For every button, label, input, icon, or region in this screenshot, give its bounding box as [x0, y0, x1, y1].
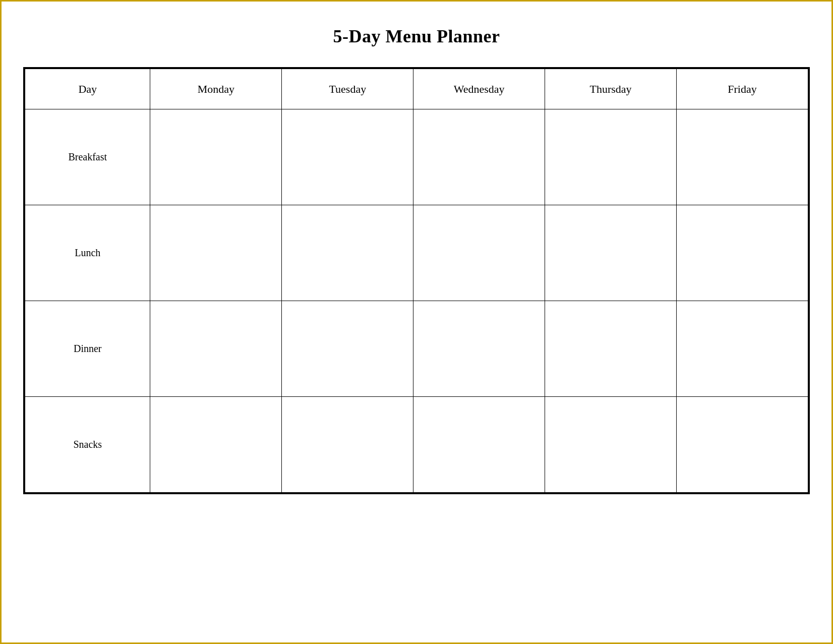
row-dinner: Dinner — [25, 301, 808, 397]
col-header-wednesday: Wednesday — [413, 69, 545, 109]
meal-label-snacks: Snacks — [25, 397, 150, 493]
cell-snacks-wednesday[interactable] — [413, 397, 545, 493]
row-breakfast: Breakfast — [25, 109, 808, 205]
col-header-day: Day — [25, 69, 150, 109]
cell-breakfast-wednesday[interactable] — [413, 109, 545, 205]
meal-label-lunch: Lunch — [25, 205, 150, 301]
cell-dinner-wednesday[interactable] — [413, 301, 545, 397]
cell-snacks-friday[interactable] — [677, 397, 808, 493]
cell-lunch-wednesday[interactable] — [413, 205, 545, 301]
col-header-friday: Friday — [677, 69, 808, 109]
meal-label-dinner: Dinner — [25, 301, 150, 397]
cell-breakfast-monday[interactable] — [150, 109, 282, 205]
cell-snacks-tuesday[interactable] — [282, 397, 413, 493]
cell-lunch-monday[interactable] — [150, 205, 282, 301]
cell-breakfast-tuesday[interactable] — [282, 109, 413, 205]
cell-lunch-thursday[interactable] — [545, 205, 677, 301]
planner-table: Day Monday Tuesday Wednesday Thursday Fr… — [25, 69, 808, 493]
cell-dinner-friday[interactable] — [677, 301, 808, 397]
col-header-monday: Monday — [150, 69, 282, 109]
cell-lunch-friday[interactable] — [677, 205, 808, 301]
row-lunch: Lunch — [25, 205, 808, 301]
cell-dinner-thursday[interactable] — [545, 301, 677, 397]
page-title: 5-Day Menu Planner — [333, 26, 500, 47]
cell-breakfast-friday[interactable] — [677, 109, 808, 205]
row-snacks: Snacks — [25, 397, 808, 493]
col-header-tuesday: Tuesday — [282, 69, 413, 109]
cell-snacks-monday[interactable] — [150, 397, 282, 493]
col-header-thursday: Thursday — [545, 69, 677, 109]
planner-table-wrapper: Day Monday Tuesday Wednesday Thursday Fr… — [23, 67, 810, 494]
cell-breakfast-thursday[interactable] — [545, 109, 677, 205]
cell-snacks-thursday[interactable] — [545, 397, 677, 493]
cell-lunch-tuesday[interactable] — [282, 205, 413, 301]
cell-dinner-tuesday[interactable] — [282, 301, 413, 397]
meal-label-breakfast: Breakfast — [25, 109, 150, 205]
cell-dinner-monday[interactable] — [150, 301, 282, 397]
header-row: Day Monday Tuesday Wednesday Thursday Fr… — [25, 69, 808, 109]
